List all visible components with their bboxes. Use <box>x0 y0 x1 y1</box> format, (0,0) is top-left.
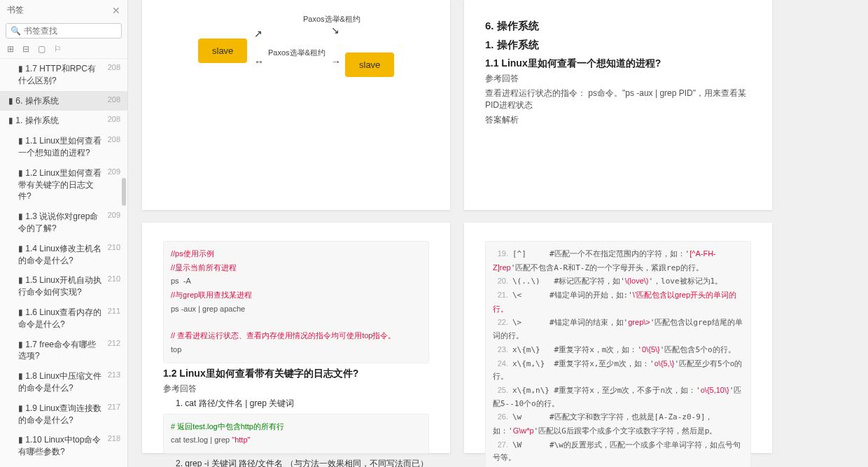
toc-item[interactable]: ▮ 1.9 Linux查询连接数的命令是什么?217 <box>0 398 127 431</box>
bookmark-icon[interactable]: ▢ <box>38 44 46 54</box>
analysis-label: 答案解析 <box>485 114 751 126</box>
toc-page: 208 <box>108 135 120 144</box>
search-box[interactable]: 🔍 <box>6 23 122 39</box>
toc-item[interactable]: ▮ 6. 操作系统208 <box>0 91 127 111</box>
toc-page: 209 <box>108 167 120 176</box>
toc-item[interactable]: ▮ 1. 操作系统208 <box>0 111 127 131</box>
collapse-icon[interactable]: ⊟ <box>22 44 29 54</box>
sidebar-toolbar: ⊞ ⊟ ▢ ⚐ <box>0 41 127 59</box>
toc-item[interactable]: ▮ 1.5 Linux开机自动执行命令如何实现?210 <box>0 270 127 302</box>
toc-item[interactable]: ▮ 1.7 free命令有哪些选项?212 <box>0 335 127 367</box>
sidebar-header: 书签 ✕ <box>0 0 127 20</box>
toc-page: 208 <box>108 95 120 104</box>
paragraph: 查看进程运行状态的指令： ps命令。"ps -aux | grep PID"，用… <box>485 88 751 111</box>
left-column: Paxos选举&租约 slave Paxos选举&租约 slave ↗ ↘ ↔ … <box>142 0 450 453</box>
toc-page: 208 <box>108 63 120 71</box>
toc-list[interactable]: ▮ 1.7 HTTP和RPC有什么区别?208▮ 6. 操作系统208▮ 1. … <box>0 59 127 467</box>
toc-item[interactable]: ▮ 1.4 Linux修改主机名的命令是什么?210 <box>0 239 127 271</box>
toc-label: ▮ 1.7 free命令有哪些选项? <box>18 339 104 363</box>
code-block: # 返回test.log中包含http的所有行 cat test.log | g… <box>163 414 429 454</box>
section-heading: 1.2 Linux里如何查看带有关键字的日志文件? <box>163 368 429 380</box>
toc-item[interactable]: ▮ 1.8 Linux中压缩文件的命令是什么?213 <box>0 366 127 398</box>
app-root: 书签 ✕ 🔍 ⊞ ⊟ ▢ ⚐ ▮ 1.7 HTTP和RPC有什么区别?208▮ … <box>0 0 868 467</box>
scrollbar-thumb[interactable] <box>122 178 126 206</box>
toc-page: 208 <box>108 115 120 123</box>
list-item: 1. cat 路径/文件名 | grep 关键词 <box>176 398 429 410</box>
toc-label: ▮ 1.1 Linux里如何查看一个想知道的进程? <box>18 135 104 159</box>
toc-item[interactable]: ▮ 1.2 Linux里如何查看带有关键字的日志文件?209 <box>0 163 127 207</box>
code-block: //ps使用示例 //显示当前所有进程 ps -A //与grep联用查找某进程… <box>163 241 429 363</box>
toc-item[interactable]: ▮ 1.7 HTTP和RPC有什么区别?208 <box>0 59 127 91</box>
right-column: 6. 操作系统 1. 操作系统 1.1 Linux里如何查看一个想知道的进程? … <box>464 0 772 453</box>
toc-page: 209 <box>108 211 120 219</box>
arrow-icon: ↔ <box>254 56 264 67</box>
chapter-heading: 6. 操作系统 <box>485 20 751 33</box>
subsection-heading: 1.1 Linux里如何查看一个想知道的进程? <box>485 57 751 70</box>
toc-item[interactable]: ▮ 1.1 Linux里如何查看一个想知道的进程?208 <box>0 131 127 163</box>
search-input[interactable] <box>24 26 129 36</box>
toc-page: 210 <box>108 274 120 283</box>
page-right-bottom: 19.[^] #匹配一个不在指定范围内的字符，如：'[^A-FH-Z]rep'匹… <box>464 223 772 453</box>
slave-node: slave <box>345 53 394 77</box>
search-icon: 🔍 <box>10 26 21 36</box>
toc-page: 213 <box>108 370 120 379</box>
toc-item[interactable]: ▮ 1.6 Linux查看内存的命令是什么?211 <box>0 302 127 335</box>
toc-label: ▮ 6. 操作系统 <box>8 95 104 107</box>
bookmarks-sidebar: 书签 ✕ 🔍 ⊞ ⊟ ▢ ⚐ ▮ 1.7 HTTP和RPC有什么区别?208▮ … <box>0 0 128 467</box>
code-block: 19.[^] #匹配一个不在指定范围内的字符，如：'[^A-FH-Z]rep'匹… <box>485 241 751 467</box>
toc-label: ▮ 1.7 HTTP和RPC有什么区别? <box>18 63 104 87</box>
toc-label: ▮ 1.2 Linux里如何查看带有关键字的日志文件? <box>18 167 104 202</box>
arrow-icon: ↘ <box>331 25 340 36</box>
search-wrap: 🔍 <box>0 20 127 41</box>
section-heading: 1. 操作系统 <box>485 39 751 52</box>
arrow-icon: ↗ <box>254 28 262 39</box>
toc-item[interactable]: ▮ 1.3 说说你对grep命令的了解?209 <box>0 207 127 239</box>
page-left-top: Paxos选举&租约 slave Paxos选举&租约 slave ↗ ↘ ↔ … <box>142 0 450 210</box>
toc-label: ▮ 1.4 Linux修改主机名的命令是什么? <box>18 243 104 267</box>
toc-page: 218 <box>108 434 120 442</box>
sidebar-title: 书签 <box>7 4 24 16</box>
answer-label: 参考回答 <box>485 73 751 85</box>
toc-label: ▮ 1.10 Linux中top命令有哪些参数? <box>18 434 104 458</box>
list-item: 2. grep -i 关键词 路径/文件名 （与方法一效果相同，不同写法而已） <box>176 458 429 467</box>
toc-label: ▮ 1.3 说说你对grep命令的了解? <box>18 211 104 235</box>
answer-label: 参考回答 <box>163 383 429 395</box>
content-area[interactable]: Paxos选举&租约 slave Paxos选举&租约 slave ↗ ↘ ↔ … <box>128 0 868 467</box>
toc-page: 211 <box>108 307 120 315</box>
diagram-edge-label: Paxos选举&租约 <box>303 14 360 25</box>
page-right-top: 6. 操作系统 1. 操作系统 1.1 Linux里如何查看一个想知道的进程? … <box>464 0 772 210</box>
paxos-diagram: Paxos选举&租约 slave Paxos选举&租约 slave ↗ ↘ ↔ … <box>163 14 429 105</box>
close-icon[interactable]: ✕ <box>112 5 120 16</box>
diagram-edge-label: Paxos选举&租约 <box>268 48 326 58</box>
toc-label: ▮ 1. 操作系统 <box>8 115 104 127</box>
toc-label: ▮ 1.6 Linux查看内存的命令是什么? <box>18 307 104 330</box>
arrow-icon: → <box>331 56 341 67</box>
toc-item[interactable]: ▮ 1.10 Linux中top命令有哪些参数?218 <box>0 430 127 462</box>
toc-page: 212 <box>108 339 120 347</box>
toc-item[interactable]: ▮ 1.11 Linux中，如何通过端口查进程，如何通过进程查端口?219 <box>0 462 127 467</box>
slave-node: slave <box>198 39 247 63</box>
expand-icon[interactable]: ⊞ <box>7 44 14 54</box>
page-left-bottom: //ps使用示例 //显示当前所有进程 ps -A //与grep联用查找某进程… <box>142 223 450 453</box>
toc-page: 210 <box>108 243 120 251</box>
toc-label: ▮ 1.5 Linux开机自动执行命令如何实现? <box>18 274 104 298</box>
toc-label: ▮ 1.9 Linux查询连接数的命令是什么? <box>18 403 104 426</box>
toc-page: 217 <box>108 403 120 411</box>
toc-label: ▮ 1.8 Linux中压缩文件的命令是什么? <box>18 370 104 394</box>
flag-icon[interactable]: ⚐ <box>54 44 62 54</box>
